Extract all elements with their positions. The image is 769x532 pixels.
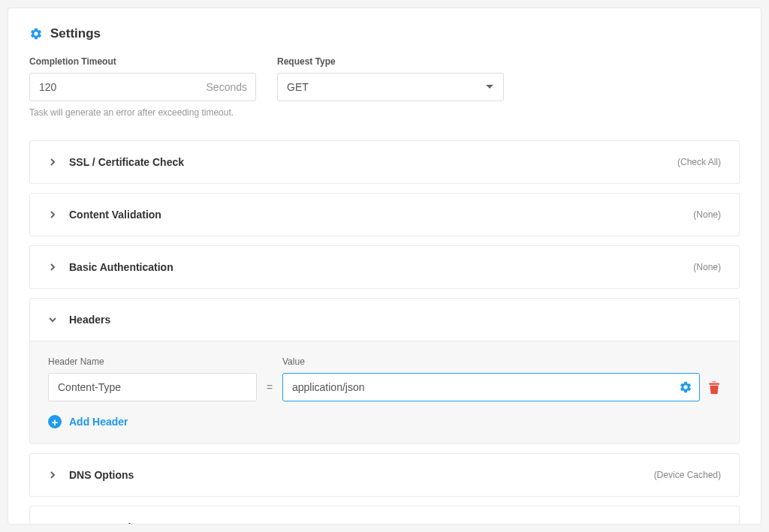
accordion-headers-header[interactable]: Headers [30, 299, 739, 341]
gear-icon[interactable] [679, 380, 692, 394]
accordion-headers: Headers Header Name Value = [29, 298, 740, 444]
accordion-content-validation: Content Validation (None) [29, 193, 740, 236]
header-row: = [48, 373, 721, 401]
request-type-select-wrap: GET [277, 73, 504, 101]
header-value-wrap [282, 373, 700, 401]
accordion-ssl: SSL / Certificate Check (Check All) [29, 140, 740, 184]
svg-rect-1 [716, 386, 717, 392]
accordion-content-validation-header[interactable]: Content Validation (None) [30, 194, 739, 236]
equals-sign: = [264, 381, 275, 393]
accordion-prepare-script-header[interactable]: Prepare Script (None) [30, 506, 739, 524]
request-type-select[interactable]: GET [277, 73, 504, 101]
chevron-right-icon [48, 470, 57, 479]
accordion-headers-body: Header Name Value = [30, 341, 739, 443]
chevron-right-icon [48, 263, 57, 272]
plus-icon: + [48, 415, 62, 428]
accordion-content-validation-status: (None) [693, 209, 721, 220]
chevron-right-icon [48, 523, 57, 524]
accordion-dns: DNS Options (Device Cached) [29, 453, 740, 497]
chevron-right-icon [48, 210, 57, 219]
accordion-basic-auth-header[interactable]: Basic Authentication (None) [30, 246, 739, 288]
timeout-help: Task will generate an error after exceed… [29, 107, 256, 118]
add-header-button[interactable]: + Add Header [48, 415, 721, 428]
chevron-right-icon [48, 158, 57, 167]
header-row-labels: Header Name Value [48, 356, 721, 367]
timeout-input-wrap: Seconds [29, 73, 256, 101]
accordion-ssl-header[interactable]: SSL / Certificate Check (Check All) [30, 141, 739, 183]
accordion-prepare-script-status: (None) [693, 522, 721, 524]
accordion-ssl-status: (Check All) [677, 157, 721, 167]
accordion-dns-header[interactable]: DNS Options (Device Cached) [30, 454, 739, 496]
timeout-input[interactable] [29, 73, 256, 101]
trash-icon[interactable] [707, 380, 721, 395]
header-value-input[interactable] [282, 373, 700, 401]
settings-panel: Settings Completion Timeout Seconds Task… [8, 8, 761, 524]
accordion-prepare-script: Prepare Script (None) [29, 506, 740, 524]
accordion-dns-status: (Device Cached) [654, 470, 721, 480]
accordion-dns-title: DNS Options [69, 469, 654, 481]
header-name-label: Header Name [48, 356, 257, 367]
timeout-label: Completion Timeout [29, 56, 256, 67]
timeout-group: Completion Timeout Seconds Task will gen… [29, 56, 256, 118]
accordion-basic-auth-status: (None) [693, 262, 721, 272]
accordion-basic-auth: Basic Authentication (None) [29, 245, 740, 289]
gear-icon [29, 27, 43, 41]
header-name-input[interactable] [48, 373, 257, 401]
spacer [264, 356, 275, 367]
svg-rect-0 [712, 386, 713, 392]
accordion-headers-title: Headers [69, 314, 721, 326]
chevron-down-icon [48, 315, 57, 324]
accordion-basic-auth-title: Basic Authentication [69, 261, 693, 273]
form-row: Completion Timeout Seconds Task will gen… [29, 56, 740, 118]
page-title: Settings [50, 26, 101, 41]
accordion-ssl-title: SSL / Certificate Check [69, 156, 677, 168]
accordion-prepare-script-title: Prepare Script [69, 521, 693, 524]
panel-header: Settings [29, 26, 740, 41]
request-type-group: Request Type GET [277, 56, 504, 118]
accordion-content-validation-title: Content Validation [69, 209, 693, 221]
request-type-label: Request Type [277, 56, 504, 67]
add-header-label: Add Header [69, 416, 128, 428]
header-value-label: Value [282, 356, 305, 367]
